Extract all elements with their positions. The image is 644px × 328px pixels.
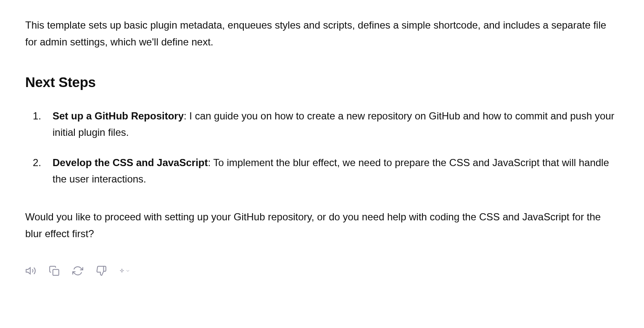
- svg-rect-0: [53, 270, 59, 275]
- copy-button[interactable]: [49, 265, 60, 276]
- closing-paragraph: Would you like to proceed with setting u…: [25, 209, 619, 242]
- list-item: Develop the CSS and JavaScript: To imple…: [25, 154, 619, 188]
- speaker-icon: [25, 265, 36, 276]
- intro-paragraph: This template sets up basic plugin metad…: [25, 17, 619, 50]
- chevron-down-icon: [125, 265, 130, 276]
- thumbs-down-button[interactable]: [96, 265, 107, 276]
- sparkle-icon: [119, 265, 124, 276]
- list-item-title: Set up a GitHub Repository: [53, 110, 184, 122]
- list-item: Set up a GitHub Repository: I can guide …: [25, 108, 619, 141]
- action-bar: [25, 265, 619, 276]
- regenerate-button[interactable]: [72, 265, 83, 276]
- read-aloud-button[interactable]: [25, 265, 36, 276]
- steps-list: Set up a GitHub Repository: I can guide …: [25, 108, 619, 188]
- thumbs-down-icon: [96, 265, 107, 276]
- refresh-icon: [72, 265, 83, 276]
- model-selector-button[interactable]: [119, 265, 130, 276]
- section-heading: Next Steps: [25, 71, 619, 94]
- list-item-title: Develop the CSS and JavaScript: [53, 157, 208, 168]
- message-content: This template sets up basic plugin metad…: [25, 17, 619, 276]
- copy-icon: [49, 265, 60, 276]
